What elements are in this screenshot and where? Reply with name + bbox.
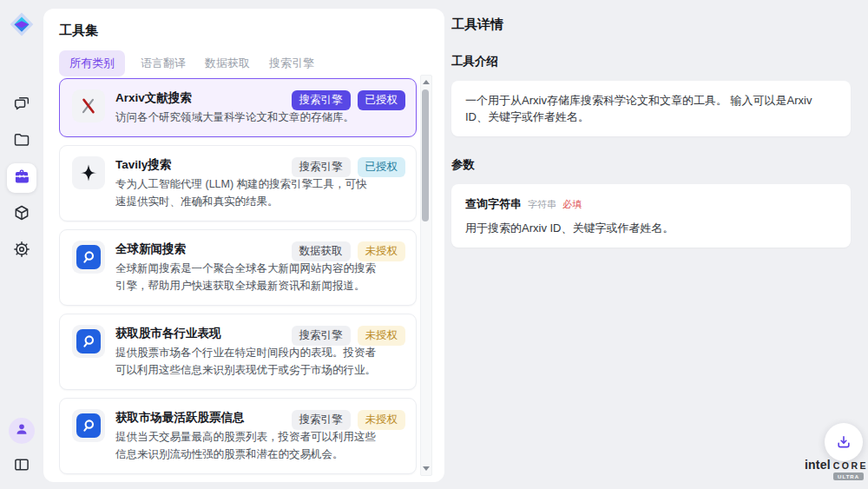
- tool-badges: 搜索引擎未授权: [292, 326, 406, 346]
- sidebar-item-folder[interactable]: [7, 127, 36, 156]
- tool-badges: 搜索引擎已授权: [292, 90, 406, 110]
- param-name: 查询字符串: [465, 197, 522, 210]
- toolset-panel: 工具集 所有类别语言翻译数据获取搜索引擎 Arxiv文献搜索访问各个研究领域大量…: [43, 9, 444, 482]
- tool-list: Arxiv文献搜索访问各个研究领域大量科学论文和文章的存储库。搜索引擎已授权Ta…: [59, 78, 417, 480]
- tool-details-panel: 工具详情 工具介绍 一个用于从Arxiv存储库搜索科学论文和文章的工具。 输入可…: [451, 0, 851, 248]
- param-row: 查询字符串字符串必填用于搜索的Arxiv ID、关键字或作者姓名。: [465, 195, 837, 236]
- tool-card[interactable]: 获取市场最活跃股票信息提供当天交易量最高的股票列表，投资者可以利用这些信息来识别…: [59, 398, 417, 474]
- scrollbar-up-arrow-icon[interactable]: [423, 80, 430, 84]
- folder-icon: [13, 131, 30, 152]
- params-heading: 参数: [451, 157, 851, 173]
- tool-card[interactable]: 全球新闻搜索全球新闻搜索是一个聚合全球各大新闻网站内容的搜索引擎，帮助用户快速获…: [59, 229, 417, 306]
- tool-badges: 搜索引擎已授权: [292, 157, 406, 177]
- sidebar-nav: [0, 90, 43, 266]
- tool-description: 提供股票市场各个行业在特定时间段内的表现。投资者可以利用这些信息来识别表现优于或…: [115, 344, 378, 379]
- tab-2[interactable]: 数据获取: [201, 50, 253, 76]
- tavily-star-icon: [72, 156, 105, 189]
- intro-heading: 工具介绍: [451, 54, 851, 69]
- tool-category-badge: 搜索引擎: [292, 326, 351, 346]
- param-description: 用于搜索的Arxiv ID、关键字或作者姓名。: [465, 221, 837, 236]
- sidebar-item-user[interactable]: [9, 418, 35, 444]
- download-button[interactable]: [825, 423, 863, 461]
- sidebar-item-settings[interactable]: [7, 236, 36, 266]
- brand-intel-text: intel: [805, 458, 831, 472]
- param-required-flag: 必填: [562, 199, 582, 209]
- tool-category-badge: 数据获取: [292, 241, 351, 261]
- scrollbar-thumb[interactable]: [422, 89, 429, 221]
- tab-3[interactable]: 搜索引擎: [266, 50, 318, 76]
- sidebar-item-cube[interactable]: [7, 200, 36, 229]
- app-logo-gem-icon[interactable]: [9, 11, 35, 37]
- sidebar-item-panel-toggle[interactable]: [8, 453, 36, 480]
- sidebar-item-chat[interactable]: [7, 90, 36, 120]
- tool-description: 访问各个研究领域大量科学论文和文章的存储库。: [115, 109, 378, 126]
- tool-category-badge: 搜索引擎: [292, 410, 351, 430]
- panel-icon: [13, 456, 30, 477]
- sidebar-item-toolbox[interactable]: [7, 163, 36, 193]
- tool-badges: 数据获取未授权: [292, 241, 406, 261]
- sidebar-bottom: [0, 418, 43, 480]
- tab-all-categories[interactable]: 所有类别: [59, 50, 125, 76]
- params-box: 查询字符串字符串必填用于搜索的Arxiv ID、关键字或作者姓名。: [451, 184, 851, 248]
- chat-icon: [13, 95, 30, 116]
- brand-ultra-badge: ultra: [833, 472, 864, 480]
- toolset-title: 工具集: [59, 23, 98, 39]
- tool-list-scrollbar[interactable]: [420, 75, 432, 476]
- tool-card[interactable]: Tavily搜索专为人工智能代理 (LLM) 构建的搜索引擎工具，可快速提供实时…: [59, 145, 417, 221]
- tab-1[interactable]: 语言翻译: [137, 50, 189, 76]
- search-app-icon: [72, 409, 105, 442]
- param-list: 查询字符串字符串必填用于搜索的Arxiv ID、关键字或作者姓名。: [465, 195, 837, 236]
- cube-icon: [13, 204, 30, 225]
- toolbox-icon: [13, 168, 30, 188]
- tool-category-badge: 搜索引擎: [292, 90, 351, 110]
- brand-core-text: CORE: [833, 460, 868, 471]
- tool-description: 提供当天交易量最高的股票列表，投资者可以利用这些信息来识别流动性强的股票和潜在的…: [115, 428, 378, 463]
- download-icon: [835, 433, 852, 451]
- param-type: 字符串: [528, 199, 556, 209]
- tool-auth-badge: 已授权: [358, 157, 406, 177]
- tool-category-badge: 搜索引擎: [292, 157, 351, 177]
- intro-box: 一个用于从Arxiv存储库搜索科学论文和文章的工具。 输入可以是Arxiv ID…: [451, 81, 851, 136]
- search-app-icon: [72, 325, 105, 358]
- app-window: 工具集 所有类别语言翻译数据获取搜索引擎 Arxiv文献搜索访问各个研究领域大量…: [0, 0, 868, 489]
- tool-auth-badge: 未授权: [358, 241, 406, 261]
- tool-auth-badge: 已授权: [358, 90, 406, 110]
- tool-description: 全球新闻搜索是一个聚合全球各大新闻网站内容的搜索引擎，帮助用户快速获取全球最新资…: [115, 260, 378, 294]
- search-app-icon: [72, 241, 105, 274]
- arxiv-icon: [72, 89, 105, 122]
- tool-description: 专为人工智能代理 (LLM) 构建的搜索引擎工具，可快速提供实时、准确和真实的结…: [115, 175, 378, 210]
- scrollbar-down-arrow-icon[interactable]: [423, 466, 430, 471]
- tool-card[interactable]: 获取股市各行业表现提供股票市场各个行业在特定时间段内的表现。投资者可以利用这些信…: [59, 314, 417, 390]
- user-icon: [15, 422, 29, 439]
- intel-core-logo: intel CORE ultra: [805, 458, 864, 480]
- param-header: 查询字符串字符串必填: [465, 195, 837, 212]
- details-title: 工具详情: [451, 17, 851, 33]
- tool-card[interactable]: Arxiv文献搜索访问各个研究领域大量科学论文和文章的存储库。搜索引擎已授权: [59, 78, 417, 137]
- intro-text: 一个用于从Arxiv存储库搜索科学论文和文章的工具。 输入可以是Arxiv ID…: [465, 92, 837, 125]
- tool-badges: 搜索引擎未授权: [292, 410, 406, 430]
- app-sidebar: [0, 0, 43, 489]
- gear-icon: [13, 241, 30, 261]
- tool-auth-badge: 未授权: [358, 410, 406, 430]
- category-tabs: 所有类别语言翻译数据获取搜索引擎: [59, 50, 318, 76]
- tool-auth-badge: 未授权: [358, 326, 406, 346]
